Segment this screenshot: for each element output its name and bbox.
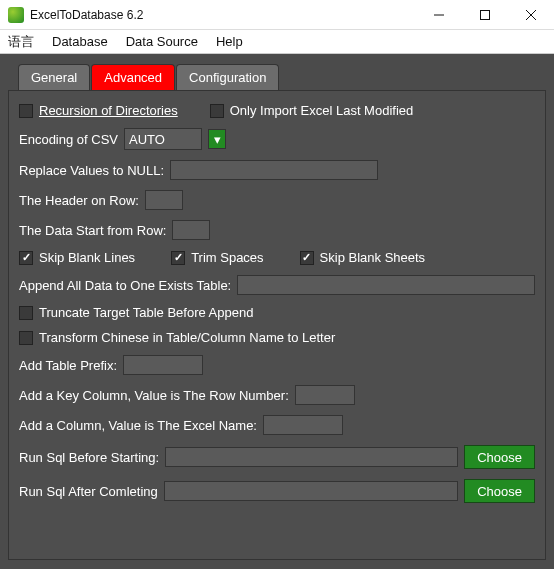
add-col-excel-input[interactable] xyxy=(263,415,343,435)
menu-database[interactable]: Database xyxy=(52,34,108,49)
transform-chinese-label: Transform Chinese in Table/Column Name t… xyxy=(39,330,335,345)
window-controls xyxy=(416,0,554,29)
tab-advanced[interactable]: Advanced xyxy=(91,64,175,90)
replace-null-label: Replace Values to NULL: xyxy=(19,163,164,178)
run-sql-after-label: Run Sql After Comleting xyxy=(19,484,158,499)
minimize-button[interactable] xyxy=(416,0,462,29)
skip-blank-lines-checkbox[interactable] xyxy=(19,251,33,265)
add-col-excel-label: Add a Column, Value is The Excel Name: xyxy=(19,418,257,433)
transform-chinese-checkbox[interactable] xyxy=(19,331,33,345)
skip-blank-lines-label: Skip Blank Lines xyxy=(39,250,135,265)
append-data-label: Append All Data to One Exists Table: xyxy=(19,278,231,293)
truncate-label: Truncate Target Table Before Append xyxy=(39,305,253,320)
append-data-input[interactable] xyxy=(237,275,535,295)
only-import-checkbox[interactable] xyxy=(210,104,224,118)
app-icon xyxy=(8,7,24,23)
trim-spaces-label: Trim Spaces xyxy=(191,250,263,265)
truncate-checkbox[interactable] xyxy=(19,306,33,320)
titlebar: ExcelToDatabase 6.2 xyxy=(0,0,554,30)
chevron-down-icon[interactable]: ▾ xyxy=(208,129,226,149)
run-sql-before-input[interactable] xyxy=(165,447,458,467)
menu-help[interactable]: Help xyxy=(216,34,243,49)
menubar: 语言 Database Data Source Help xyxy=(0,30,554,54)
run-sql-before-label: Run Sql Before Starting: xyxy=(19,450,159,465)
menu-language[interactable]: 语言 xyxy=(8,33,34,51)
encoding-label: Encoding of CSV xyxy=(19,132,118,147)
add-table-prefix-label: Add Table Prefix: xyxy=(19,358,117,373)
choose-after-button[interactable]: Choose xyxy=(464,479,535,503)
encoding-value: AUTO xyxy=(129,132,165,147)
recursion-checkbox[interactable] xyxy=(19,104,33,118)
content-area: General Advanced Configuration Recursion… xyxy=(0,54,554,569)
replace-null-input[interactable] xyxy=(170,160,378,180)
advanced-panel: Recursion of Directories Only Import Exc… xyxy=(8,90,546,560)
recursion-label: Recursion of Directories xyxy=(39,103,178,118)
trim-spaces-checkbox[interactable] xyxy=(171,251,185,265)
add-table-prefix-input[interactable] xyxy=(123,355,203,375)
only-import-label: Only Import Excel Last Modified xyxy=(230,103,414,118)
add-key-col-label: Add a Key Column, Value is The Row Numbe… xyxy=(19,388,289,403)
header-row-input[interactable] xyxy=(145,190,183,210)
run-sql-after-input[interactable] xyxy=(164,481,458,501)
svg-rect-1 xyxy=(481,10,490,19)
data-start-row-label: The Data Start from Row: xyxy=(19,223,166,238)
tab-general[interactable]: General xyxy=(18,64,90,90)
skip-blank-sheets-checkbox[interactable] xyxy=(300,251,314,265)
add-key-col-input[interactable] xyxy=(295,385,355,405)
tab-configuration[interactable]: Configuration xyxy=(176,64,279,90)
choose-before-button[interactable]: Choose xyxy=(464,445,535,469)
close-button[interactable] xyxy=(508,0,554,29)
header-row-label: The Header on Row: xyxy=(19,193,139,208)
maximize-button[interactable] xyxy=(462,0,508,29)
menu-data-source[interactable]: Data Source xyxy=(126,34,198,49)
window-title: ExcelToDatabase 6.2 xyxy=(30,8,416,22)
skip-blank-sheets-label: Skip Blank Sheets xyxy=(320,250,426,265)
data-start-row-input[interactable] xyxy=(172,220,210,240)
encoding-select[interactable]: AUTO xyxy=(124,128,202,150)
tabs: General Advanced Configuration xyxy=(18,64,546,90)
